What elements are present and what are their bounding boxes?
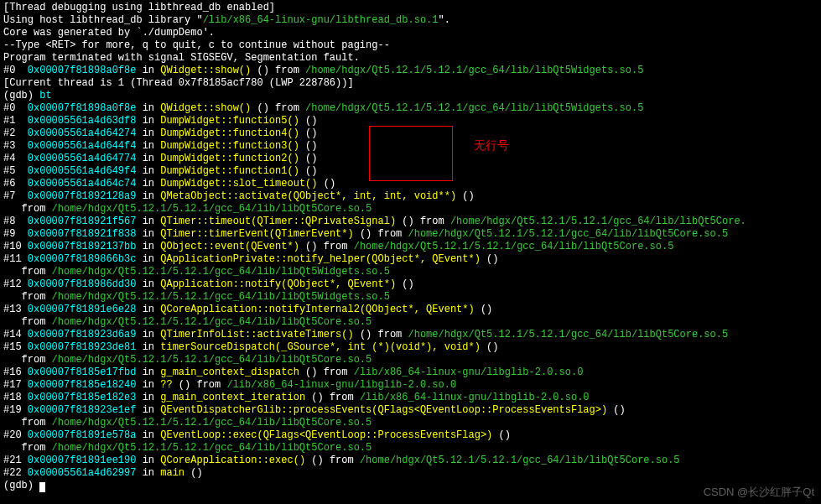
terminal-line: #15 0x00007f818923de81 in timerSourceDis… bbox=[3, 341, 818, 354]
terminal-line: Core was generated by `./dumpDemo'. bbox=[3, 27, 818, 39]
terminal-output: [Thread debugging using libthread_db ena… bbox=[3, 2, 818, 492]
terminal-line: #7 0x00007f81892128a9 in QMetaObject::ac… bbox=[3, 190, 818, 203]
terminal-line: #22 0x00005561a4d62997 in main () bbox=[3, 467, 818, 480]
terminal-line: --Type <RET> for more, q to quit, c to c… bbox=[3, 39, 818, 52]
terminal-line: from /home/hdgx/Qt5.12.1/5.12.1/gcc_64/l… bbox=[3, 316, 818, 329]
terminal-line: #3 0x00005561a4d644f4 in DumpWidget::fun… bbox=[3, 140, 818, 153]
terminal-line: (gdb) bbox=[3, 480, 818, 492]
terminal-line: from /home/hdgx/Qt5.12.1/5.12.1/gcc_64/l… bbox=[3, 417, 818, 429]
terminal-line: #11 0x00007f8189866b3c in QApplicationPr… bbox=[3, 253, 818, 266]
terminal-line: from /home/hdgx/Qt5.12.1/5.12.1/gcc_64/l… bbox=[3, 291, 818, 304]
terminal-line: from /home/hdgx/Qt5.12.1/5.12.1/gcc_64/l… bbox=[3, 266, 818, 278]
terminal-line: Program terminated with signal SIGSEGV, … bbox=[3, 52, 818, 65]
terminal-line: #9 0x00007f818921f838 in QTimer::timerEv… bbox=[3, 228, 818, 241]
terminal-line: [Thread debugging using libthread_db ena… bbox=[3, 2, 818, 14]
terminal-line: #16 0x00007f8185e17fbd in g_main_context… bbox=[3, 366, 818, 379]
terminal-line: [Current thread is 1 (Thread 0x7f8185acf… bbox=[3, 77, 818, 90]
terminal-line: from /home/hdgx/Qt5.12.1/5.12.1/gcc_64/l… bbox=[3, 354, 818, 366]
terminal-line: #5 0x00005561a4d649f4 in DumpWidget::fun… bbox=[3, 165, 818, 178]
terminal-line: #21 0x00007f81891ee190 in QCoreApplicati… bbox=[3, 455, 818, 467]
terminal-line: #8 0x00007f818921f567 in QTimer::timeout… bbox=[3, 216, 818, 228]
terminal-line: #14 0x00007f818923d6a9 in QTimerInfoList… bbox=[3, 329, 818, 341]
terminal-line: #1 0x00005561a4d63df8 in DumpWidget::fun… bbox=[3, 115, 818, 127]
terminal-line: #6 0x00005561a4d64c74 in DumpWidget::slo… bbox=[3, 178, 818, 190]
terminal-line: #19 0x00007f818923e1ef in QEventDispatch… bbox=[3, 404, 818, 417]
terminal-line: from /home/hdgx/Qt5.12.1/5.12.1/gcc_64/l… bbox=[3, 203, 818, 216]
cursor[interactable] bbox=[39, 482, 45, 492]
terminal-line: (gdb) bt bbox=[3, 90, 818, 102]
watermark: CSDN @长沙红胖子Qt bbox=[704, 486, 814, 499]
terminal-line: #10 0x00007f81892137bb in QObject::event… bbox=[3, 241, 818, 253]
terminal-line: #2 0x00005561a4d64274 in DumpWidget::fun… bbox=[3, 127, 818, 140]
terminal-line: #12 0x00007f818986dd30 in QApplication::… bbox=[3, 278, 818, 291]
terminal-line: #20 0x00007f81891e578a in QEventLoop::ex… bbox=[3, 429, 818, 442]
terminal-line: Using host libthread_db library "/lib/x8… bbox=[3, 14, 818, 27]
terminal-line: #0 0x00007f81898a0f8e in QWidget::show()… bbox=[3, 65, 818, 77]
terminal-line: #17 0x00007f8185e18240 in ?? () from /li… bbox=[3, 379, 818, 392]
terminal-line: #13 0x00007f81891e6e28 in QCoreApplicati… bbox=[3, 304, 818, 316]
terminal-line: #0 0x00007f81898a0f8e in QWidget::show()… bbox=[3, 102, 818, 115]
terminal-line: #4 0x00005561a4d64774 in DumpWidget::fun… bbox=[3, 153, 818, 165]
terminal-line: #18 0x00007f8185e182e3 in g_main_context… bbox=[3, 392, 818, 404]
terminal-line: from /home/hdgx/Qt5.12.1/5.12.1/gcc_64/l… bbox=[3, 442, 818, 455]
